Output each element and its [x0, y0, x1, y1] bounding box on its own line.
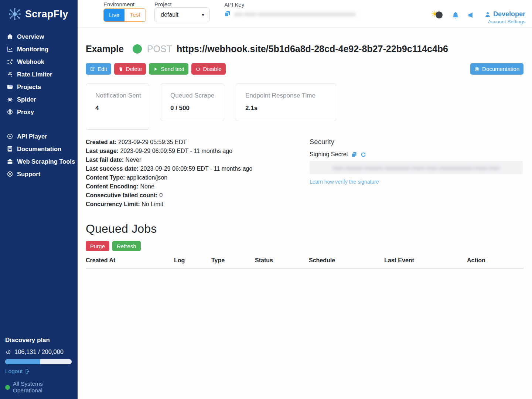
- logout-label: Logout: [5, 368, 23, 375]
- detail-label: Last fail date:: [86, 157, 124, 163]
- refresh-button[interactable]: Refresh: [112, 241, 141, 251]
- sidebar-item-rate-limiter[interactable]: Rate Limiter: [7, 68, 78, 81]
- sidebar-item-label: API Player: [17, 133, 47, 140]
- queued-jobs-title: Queued Jobs: [86, 222, 524, 236]
- sidebar-item-web-scraping-tools[interactable]: Web Scraping Tools: [7, 155, 78, 168]
- user-menu[interactable]: Developer Account Settings: [484, 10, 525, 24]
- signing-secret-label: Signing Secret: [310, 151, 348, 158]
- chevron-down-icon: ▼: [201, 13, 205, 17]
- system-status[interactable]: All Systems Operational: [5, 381, 72, 394]
- detail-row: Last success date: 2023-09-29 06:09:59 E…: [86, 164, 310, 173]
- pen-square-icon: [90, 66, 95, 72]
- queued-jobs-table: Created At Log Type Status Schedule Last…: [86, 257, 524, 269]
- stat-value: 4: [95, 105, 143, 112]
- refresh-icon[interactable]: [360, 151, 366, 158]
- sidebar-item-overview[interactable]: Overview: [7, 30, 78, 43]
- edit-button[interactable]: Edit: [86, 63, 111, 75]
- detail-label: Created at:: [86, 139, 117, 145]
- project-select[interactable]: default ▼: [154, 7, 210, 22]
- column-header-created-at: Created At: [86, 257, 174, 264]
- detail-value: Never: [126, 157, 141, 163]
- environment-live-button[interactable]: Live: [104, 9, 125, 21]
- account-settings-link[interactable]: Account Settings: [484, 19, 525, 24]
- sidebar-item-label: Overview: [17, 33, 44, 40]
- faucet-icon: [7, 71, 13, 78]
- webhook-name: Example: [86, 44, 124, 54]
- column-header-status: Status: [255, 257, 309, 264]
- plan-progress-bar: [5, 359, 72, 364]
- purge-button-label: Purge: [90, 243, 105, 249]
- system-status-label: All Systems Operational: [13, 381, 72, 394]
- edit-button-label: Edit: [98, 66, 107, 72]
- environment-test-button[interactable]: Test: [125, 9, 145, 21]
- webhook-url: https://webhook.site/5b1d6a8d-28cd-4e92-…: [177, 44, 448, 54]
- send-test-button[interactable]: Send test: [149, 63, 188, 75]
- sidebar-item-projects[interactable]: Projects: [7, 81, 78, 93]
- column-header-log: Log: [174, 257, 211, 264]
- webhook-title-row: Example POST https://webhook.site/5b1d6a…: [86, 44, 524, 54]
- detail-label: Last success date:: [86, 166, 139, 172]
- stat-value: 2.1s: [245, 105, 330, 112]
- sidebar-item-label: Monitoring: [17, 46, 48, 53]
- topbar-icons: ☀: [431, 10, 476, 20]
- sidebar-item-spider[interactable]: Spider: [7, 93, 78, 106]
- sidebar-item-webhook[interactable]: Webhook: [7, 55, 78, 68]
- security-section: Security Signing Secret xxxx-xxxxxxx-xxx…: [310, 138, 524, 209]
- book-icon: [7, 146, 13, 152]
- sidebar-item-proxy[interactable]: Proxy: [7, 106, 78, 118]
- signing-secret-box: xxxx-xxxxxxx-xxxxxxx-xxxxxxxxxx-xxxxx-xx…: [310, 161, 523, 174]
- sidebar-item-label: Web Scraping Tools: [17, 158, 75, 165]
- sidebar: ScrapFly Overview Monitoring Webhook Rat…: [0, 0, 78, 399]
- detail-value: No Limit: [141, 201, 163, 207]
- main-content: Example POST https://webhook.site/5b1d6a…: [78, 28, 532, 399]
- detail-label: Last usage:: [86, 148, 119, 154]
- disable-button-label: Disable: [203, 66, 222, 72]
- webhook-status-dot-icon: [133, 44, 142, 54]
- stat-value: 0 / 500: [170, 105, 218, 112]
- scrapfly-spider-logo-icon: [7, 7, 22, 21]
- detail-row: Last usage: 2023-09-29 06:09:59 EDT - 11…: [86, 147, 310, 156]
- verify-signature-link[interactable]: Learn how verify the signature: [310, 179, 379, 185]
- column-header-last-event: Last Event: [384, 257, 467, 264]
- disable-button[interactable]: Disable: [191, 63, 226, 75]
- topbar: Environment Live Test Project default ▼ …: [78, 0, 532, 28]
- stat-card-endpoint-response-time: Endpoint Response Time 2.1s: [236, 83, 336, 121]
- documentation-button-label: Documentation: [482, 66, 519, 72]
- sidebar-item-documentation[interactable]: Documentation: [7, 143, 78, 155]
- megaphone-icon[interactable]: [468, 11, 476, 19]
- detail-value: 0: [159, 192, 163, 198]
- play-icon: [153, 66, 158, 72]
- refresh-button-label: Refresh: [117, 243, 136, 249]
- sidebar-item-label: Support: [17, 171, 40, 178]
- moon-icon: [436, 11, 443, 18]
- delete-button[interactable]: Delete: [114, 63, 146, 75]
- bell-icon[interactable]: [451, 11, 460, 19]
- trash-icon: [118, 66, 123, 72]
- stats-row: Notification Sent 4 Queued Scrape 0 / 50…: [86, 83, 524, 130]
- status-dot-icon: [5, 385, 10, 390]
- info-section: Created at: 2023-09-29 05:59:35 EDT Last…: [86, 138, 524, 209]
- documentation-button[interactable]: Documentation: [470, 63, 524, 75]
- copy-icon[interactable]: [224, 10, 231, 17]
- webhook-method: POST: [147, 44, 172, 54]
- brand-logo[interactable]: ScrapFly: [0, 0, 78, 27]
- home-icon: [7, 33, 13, 40]
- detail-value: application/json: [127, 174, 167, 181]
- theme-toggle[interactable]: ☀: [431, 10, 443, 20]
- stat-title: Queued Scrape: [170, 92, 218, 99]
- sidebar-item-api-player[interactable]: API Player: [7, 130, 78, 143]
- nav-divider-gap: [7, 118, 78, 130]
- sidebar-item-support[interactable]: Support: [7, 168, 78, 180]
- life-ring-icon: [474, 66, 480, 72]
- copy-icon[interactable]: [351, 151, 357, 158]
- stat-card-notification-sent: Notification Sent 4: [86, 83, 149, 130]
- plan-usage-row: 106,131 / 200,000: [5, 348, 72, 355]
- stat-title: Endpoint Response Time: [245, 92, 330, 99]
- stat-card-queued-scrape: Queued Scrape 0 / 500: [161, 83, 224, 121]
- logout-link[interactable]: Logout: [5, 368, 72, 375]
- person-icon: [484, 11, 491, 18]
- sidebar-item-monitoring[interactable]: Monitoring: [7, 43, 78, 55]
- detail-row: Concurrency Limit: No Limit: [86, 200, 310, 209]
- detail-label: Concurrency Limit:: [86, 201, 140, 207]
- purge-button[interactable]: Purge: [86, 241, 109, 251]
